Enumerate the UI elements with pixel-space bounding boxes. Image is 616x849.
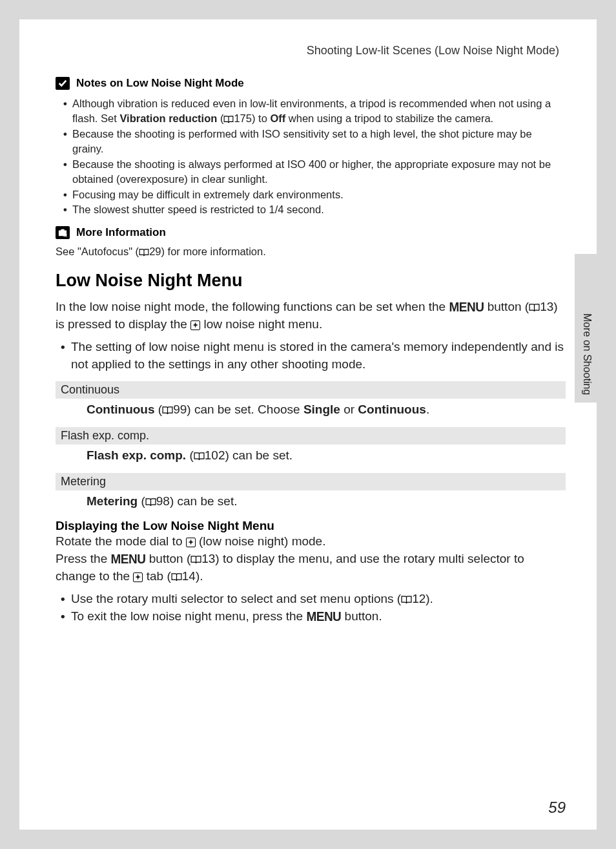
side-tab-label: More on Shooting (581, 313, 593, 395)
more-info-title: More Information (76, 226, 166, 239)
menu-metering: Metering Metering (98) can be set. (56, 473, 566, 515)
page-header: Shooting Low-lit Scenes (Low Noise Night… (56, 44, 566, 58)
check-icon (56, 77, 70, 90)
note-item: Although vibration is reduced even in lo… (63, 96, 566, 127)
list-item: Use the rotary multi selector to select … (61, 591, 566, 608)
display-line1: Rotate the mode dial to ✦ (low noise nig… (56, 533, 566, 550)
notes-list: Although vibration is reduced even in lo… (56, 96, 566, 217)
display-heading: Displaying the Low Noise Night Menu (56, 519, 566, 533)
menu-desc: Metering (98) can be set. (56, 490, 566, 515)
menu-flash: Flash exp. comp. Flash exp. comp. (102) … (56, 427, 566, 469)
book-icon (223, 116, 234, 123)
notes-title: Notes on Low Noise Night Mode (76, 77, 244, 90)
note-item: Because the shooting is performed with I… (63, 127, 566, 157)
page-number: 59 (548, 799, 566, 817)
camera-search-icon (56, 226, 70, 239)
more-info-block: More Information See "Autofocus" (29) fo… (56, 226, 566, 258)
book-icon (194, 452, 205, 461)
notes-block: Notes on Low Noise Night Mode Although v… (56, 77, 566, 217)
book-icon (139, 249, 149, 257)
menu-glyph: MENU (111, 550, 146, 569)
section-heading: Low Noise Night Menu (56, 271, 566, 291)
mode-icon: ✦ (133, 572, 143, 582)
book-icon (401, 596, 412, 604)
display-bullets: Use the rotary multi selector to select … (56, 591, 566, 625)
menu-glyph: MENU (449, 298, 484, 317)
menu-desc: Continuous (99) can be set. Choose Singl… (56, 399, 566, 423)
menu-label: Continuous (56, 381, 566, 399)
menu-label: Flash exp. comp. (56, 427, 566, 445)
book-icon (171, 573, 182, 582)
menu-desc: Flash exp. comp. (102) can be set. (56, 445, 566, 469)
more-info-heading: More Information (56, 226, 566, 239)
menu-glyph: MENU (306, 607, 341, 627)
note-item: Focusing may be difficult in extremely d… (63, 187, 566, 202)
display-line2: Press the MENU button (13) to display th… (56, 550, 566, 585)
more-info-text: See "Autofocus" (29) for more informatio… (56, 246, 566, 258)
section-bullets: The setting of low noise night menu is s… (56, 339, 566, 373)
book-icon (145, 498, 156, 507)
book-icon (529, 304, 540, 312)
menu-continuous: Continuous Continuous (99) can be set. C… (56, 381, 566, 423)
mode-icon: ✦ (186, 538, 196, 547)
note-item: Because the shooting is always performed… (63, 157, 566, 187)
menu-label: Metering (56, 473, 566, 490)
list-item: To exit the low noise night menu, press … (61, 608, 566, 625)
section-intro: In the low noise night mode, the followi… (56, 299, 566, 333)
notes-heading: Notes on Low Noise Night Mode (56, 77, 566, 90)
book-icon (190, 556, 201, 564)
book-icon (162, 406, 173, 415)
manual-page: Shooting Low-lit Scenes (Low Noise Night… (19, 19, 597, 830)
note-item: The slowest shutter speed is restricted … (63, 202, 566, 217)
list-item: The setting of low noise night menu is s… (61, 339, 566, 373)
mode-icon: ✦ (190, 320, 200, 330)
